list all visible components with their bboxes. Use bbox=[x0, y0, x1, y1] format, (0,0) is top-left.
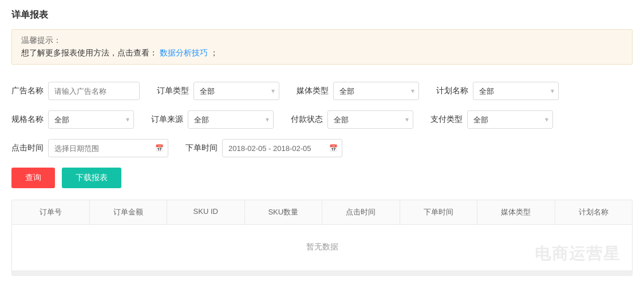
click-time-picker-wrapper bbox=[48, 139, 168, 157]
filter-row-1: 广告名称 订单类型 全部 媒体类型 全部 bbox=[11, 82, 633, 100]
filter-item-payment-status: 付款状态 全部 bbox=[291, 110, 413, 129]
notice-link[interactable]: 数据分析技巧 bbox=[160, 48, 208, 57]
filter-item-spec-name: 规格名称 全部 bbox=[11, 110, 134, 129]
page-title: 详单报表 bbox=[11, 9, 633, 21]
page-container: 详单报表 温馨提示： 想了解更多报表使用方法，点击查看： 数据分析技巧 ； 广告… bbox=[0, 0, 644, 306]
download-button[interactable]: 下载报表 bbox=[62, 168, 121, 188]
col-plan-name: 计划名称 bbox=[555, 200, 633, 224]
order-time-label: 下单时间 bbox=[185, 143, 218, 153]
filter-item-payment-type: 支付类型 全部 bbox=[430, 110, 553, 129]
btn-row: 查询 下载报表 bbox=[11, 168, 633, 188]
plan-name-select[interactable]: 全部 bbox=[473, 82, 559, 100]
order-source-select-wrapper: 全部 bbox=[188, 110, 274, 129]
order-time-picker[interactable] bbox=[222, 139, 342, 157]
payment-type-label: 支付类型 bbox=[430, 114, 463, 125]
payment-status-select-wrapper: 全部 bbox=[327, 110, 413, 129]
order-type-select-wrapper: 全部 bbox=[193, 82, 279, 100]
col-sku-qty: SKU数量 bbox=[245, 200, 323, 224]
table-body: 暂无数据 电商运营星 bbox=[12, 225, 632, 271]
order-type-select[interactable]: 全部 bbox=[193, 82, 279, 100]
plan-name-select-wrapper: 全部 bbox=[473, 82, 559, 100]
table-section: 订单号 订单金额 SKU ID SKU数量 点击时间 下单时间 媒体类型 计划名… bbox=[11, 200, 633, 276]
col-order-no: 订单号 bbox=[12, 200, 90, 224]
ad-name-label: 广告名称 bbox=[11, 86, 44, 96]
filter-item-click-time: 点击时间 bbox=[11, 139, 168, 157]
payment-status-label: 付款状态 bbox=[291, 114, 323, 125]
col-click-time: 点击时间 bbox=[322, 200, 400, 224]
col-sku-id: SKU ID bbox=[167, 200, 245, 224]
order-type-label: 订单类型 bbox=[157, 86, 189, 96]
filter-item-media-type: 媒体类型 全部 bbox=[297, 82, 419, 100]
filter-item-ad-name: 广告名称 bbox=[11, 82, 140, 100]
payment-status-select[interactable]: 全部 bbox=[327, 110, 413, 129]
ad-name-input[interactable] bbox=[48, 82, 140, 100]
table-header: 订单号 订单金额 SKU ID SKU数量 点击时间 下单时间 媒体类型 计划名… bbox=[12, 200, 632, 225]
query-button[interactable]: 查询 bbox=[11, 168, 55, 188]
col-order-amount: 订单金额 bbox=[90, 200, 168, 224]
order-time-picker-wrapper bbox=[222, 139, 342, 157]
media-type-label: 媒体类型 bbox=[297, 86, 329, 96]
payment-type-select-wrapper: 全部 bbox=[467, 110, 553, 129]
col-media-type: 媒体类型 bbox=[477, 200, 555, 224]
filter-section: 广告名称 订单类型 全部 媒体类型 全部 bbox=[11, 76, 633, 157]
spec-name-label: 规格名称 bbox=[11, 114, 44, 125]
plan-name-label: 计划名称 bbox=[436, 86, 468, 96]
notice-description: 想了解更多报表使用方法，点击查看： 数据分析技巧 ； bbox=[21, 48, 623, 58]
notice-box: 温馨提示： 想了解更多报表使用方法，点击查看： 数据分析技巧 ； bbox=[11, 29, 633, 65]
filter-row-3: 点击时间 下单时间 bbox=[11, 139, 633, 157]
media-type-select-wrapper: 全部 bbox=[333, 82, 419, 100]
filter-item-order-type: 订单类型 全部 bbox=[157, 82, 279, 100]
order-source-label: 订单来源 bbox=[151, 114, 183, 125]
notice-title: 温馨提示： bbox=[21, 35, 623, 46]
click-time-label: 点击时间 bbox=[11, 143, 44, 153]
spec-name-select-wrapper: 全部 bbox=[48, 110, 134, 129]
col-order-time: 下单时间 bbox=[400, 200, 478, 224]
filter-item-order-time: 下单时间 bbox=[185, 139, 342, 157]
no-data-text: 暂无数据 bbox=[12, 225, 632, 269]
filter-item-order-source: 订单来源 全部 bbox=[151, 110, 274, 129]
media-type-select[interactable]: 全部 bbox=[333, 82, 419, 100]
order-source-select[interactable]: 全部 bbox=[188, 110, 274, 129]
scrollbar-area bbox=[12, 271, 632, 275]
click-time-picker[interactable] bbox=[48, 139, 168, 157]
payment-type-select[interactable]: 全部 bbox=[467, 110, 553, 129]
filter-item-plan-name: 计划名称 全部 bbox=[436, 82, 559, 100]
spec-name-select[interactable]: 全部 bbox=[48, 110, 134, 129]
filter-row-2: 规格名称 全部 订单来源 全部 付款状态 bbox=[11, 110, 633, 129]
